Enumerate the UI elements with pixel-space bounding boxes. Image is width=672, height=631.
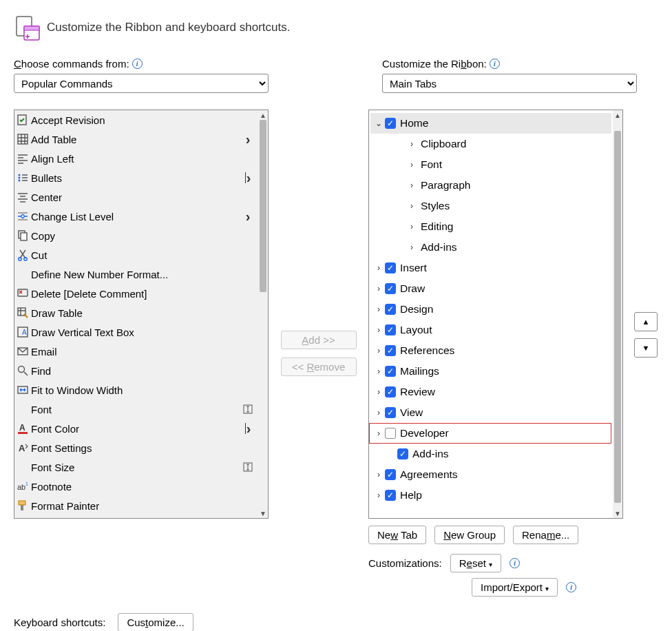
checkbox[interactable]: ✓ (385, 469, 396, 480)
checkbox[interactable]: ✓ (385, 283, 396, 294)
command-item[interactable]: Bullets› (14, 168, 258, 187)
checkbox[interactable] (385, 428, 396, 439)
command-item[interactable]: Copy (14, 226, 258, 245)
command-item[interactable]: Add Table› (14, 130, 258, 149)
new-tab-button[interactable]: New Tab (368, 526, 426, 544)
command-item[interactable]: Accept Revision (14, 110, 258, 130)
checkbox[interactable]: ✓ (385, 490, 396, 501)
command-item[interactable]: Change List Level› (14, 207, 258, 226)
tab-design[interactable]: ›✓Design (370, 299, 611, 320)
checkbox[interactable]: ✓ (397, 448, 408, 459)
command-item[interactable]: AGrow Font [Increase Font Size] (14, 515, 258, 518)
checkbox[interactable]: ✓ (385, 304, 396, 315)
chevron-right-icon[interactable]: › (374, 366, 384, 376)
chevron-right-icon[interactable]: › (407, 201, 417, 211)
command-item[interactable]: Align Left (14, 149, 258, 168)
command-item[interactable]: Delete [Delete Comment] (14, 284, 258, 303)
font-color-icon: A (16, 422, 30, 435)
command-item[interactable]: Format Painter (14, 496, 258, 515)
command-item[interactable]: Cut (14, 245, 258, 265)
import-export-button[interactable]: Import/Export ▾ (472, 578, 558, 597)
tab-developer[interactable]: ›Developer (369, 423, 611, 444)
move-up-button[interactable]: ▲ (634, 312, 658, 331)
chevron-right-icon[interactable]: › (374, 428, 384, 438)
chevron-right-icon[interactable]: › (407, 139, 417, 149)
chevron-right-icon[interactable]: › (407, 180, 417, 190)
group-item[interactable]: ›Add-ins (370, 237, 611, 258)
scroll-thumb[interactable] (614, 131, 621, 503)
command-item[interactable]: Font (14, 400, 258, 419)
reset-button[interactable]: Reset ▾ (450, 554, 501, 572)
tab-view[interactable]: ›✓View (370, 402, 611, 423)
scroll-down-icon[interactable]: ▼ (258, 508, 268, 518)
checkbox[interactable]: ✓ (385, 386, 396, 397)
command-item[interactable]: Draw Table (14, 303, 258, 322)
command-item[interactable]: ADraw Vertical Text Box (14, 322, 258, 342)
group-item[interactable]: ›Editing (370, 216, 611, 237)
choose-commands-dropdown[interactable]: Popular Commands (14, 74, 269, 93)
chevron-right-icon[interactable]: › (374, 490, 384, 500)
scrollbar[interactable]: ▲ ▼ (613, 110, 622, 518)
checkbox[interactable]: ✓ (385, 324, 396, 335)
command-item[interactable]: Fit to Window Width (14, 380, 258, 400)
command-item[interactable]: Font Size (14, 457, 258, 477)
info-icon[interactable]: i (490, 59, 500, 69)
commands-listbox[interactable]: Accept RevisionAdd Table›Align LeftBulle… (14, 110, 269, 519)
info-icon[interactable]: i (566, 582, 576, 592)
chevron-right-icon[interactable]: › (374, 325, 384, 335)
move-down-button[interactable]: ▼ (634, 338, 658, 358)
command-item[interactable]: AFont Color› (14, 419, 258, 438)
tab-references[interactable]: ›✓References (370, 340, 611, 361)
command-item[interactable]: Center (14, 187, 258, 207)
remove-button[interactable]: << Remove (281, 358, 357, 376)
customize-ribbon-dropdown[interactable]: Main Tabs (382, 74, 637, 93)
info-icon[interactable]: i (510, 558, 520, 568)
scroll-thumb[interactable] (260, 120, 266, 292)
scroll-up-icon[interactable]: ▲ (258, 110, 268, 120)
add-button[interactable]: Add >> (281, 331, 357, 349)
tab-draw[interactable]: ›✓Draw (370, 278, 611, 299)
tab-agreements[interactable]: ›✓Agreements (370, 464, 611, 485)
command-item[interactable]: Find (14, 361, 258, 380)
tab-mailings[interactable]: ›✓Mailings (370, 361, 611, 382)
tab-help[interactable]: ›✓Help (370, 485, 611, 506)
tab-home[interactable]: ⌄✓Home (370, 113, 611, 134)
chevron-right-icon[interactable]: › (374, 346, 384, 355)
chevron-right-icon[interactable]: › (407, 160, 417, 169)
group-item[interactable]: ›Paragraph (370, 175, 611, 196)
command-label: Copy (31, 230, 239, 242)
group-item[interactable]: ›Styles (370, 196, 611, 216)
chevron-right-icon[interactable]: › (407, 242, 417, 252)
rename-button[interactable]: Rename... (513, 526, 578, 544)
group-item[interactable]: ›Clipboard (370, 134, 611, 154)
scroll-up-icon[interactable]: ▲ (613, 110, 622, 120)
group-item[interactable]: ›Font (370, 154, 611, 175)
command-item[interactable]: Email (14, 342, 258, 361)
chevron-right-icon[interactable]: › (407, 222, 417, 231)
chevron-right-icon[interactable]: › (374, 304, 384, 314)
scroll-down-icon[interactable]: ▼ (613, 508, 622, 518)
checkbox[interactable]: ✓ (385, 262, 396, 273)
chevron-right-icon[interactable]: › (374, 263, 384, 273)
chevron-down-icon[interactable]: ⌄ (374, 118, 384, 128)
checkbox[interactable]: ✓ (385, 366, 396, 377)
info-icon[interactable]: i (132, 59, 143, 69)
tab-layout[interactable]: ›✓Layout (370, 320, 611, 340)
chevron-right-icon[interactable]: › (374, 284, 384, 293)
command-item[interactable]: Define New Number Format... (14, 265, 258, 284)
command-item[interactable]: ab1Footnote (14, 477, 258, 496)
chevron-right-icon[interactable]: › (374, 387, 384, 397)
customize-shortcuts-button[interactable]: Customize... (118, 613, 193, 631)
new-group-button[interactable]: New Group (434, 526, 505, 544)
scrollbar[interactable]: ▲ ▼ (258, 110, 268, 518)
chevron-right-icon[interactable]: › (374, 470, 384, 479)
ribbon-tabs-tree[interactable]: ⌄✓Home›Clipboard›Font›Paragraph›Styles›E… (368, 110, 623, 519)
checkbox[interactable]: ✓ (385, 345, 396, 356)
command-item[interactable]: AFont Settings (14, 438, 258, 457)
checkbox[interactable]: ✓ (385, 118, 396, 129)
tab-add-ins[interactable]: ✓Add-ins (370, 444, 611, 464)
tab-review[interactable]: ›✓Review (370, 382, 611, 402)
tab-insert[interactable]: ›✓Insert (370, 258, 611, 278)
chevron-right-icon[interactable]: › (374, 408, 384, 417)
checkbox[interactable]: ✓ (385, 407, 396, 418)
